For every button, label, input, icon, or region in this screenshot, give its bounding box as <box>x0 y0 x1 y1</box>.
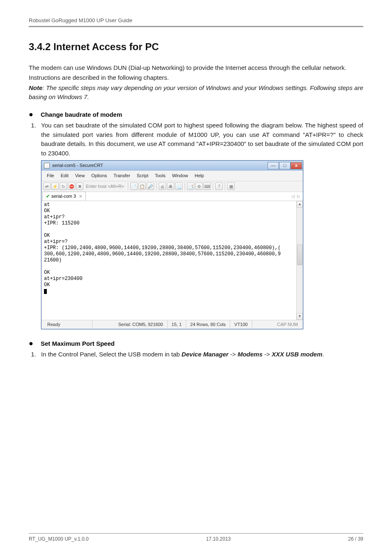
step2-device-manager: Device Manager <box>182 351 228 358</box>
maximize-button[interactable]: □ <box>279 162 291 169</box>
step2-suffix: . <box>323 351 324 358</box>
status-bar: Ready Serial: COM5, 921600 15, 1 24 Rows… <box>42 320 303 329</box>
menu-view[interactable]: View <box>72 172 88 180</box>
footer-left: RT_UG_M1000 UP_v.1.0.0 <box>29 535 89 543</box>
bullet-change-baudrate: ● Change baudrate of modem <box>29 110 363 120</box>
scroll-thumb[interactable] <box>297 245 302 265</box>
tab-nav-arrows: ◁ ▷ <box>291 193 300 199</box>
scroll-down-icon[interactable]: ▼ <box>297 313 303 320</box>
menu-tools[interactable]: Tools <box>152 172 168 180</box>
note-body: : The specific steps may vary depending … <box>29 84 363 101</box>
bullet-max-port-speed: ● Set Maximum Port Speed <box>29 339 363 349</box>
status-serial: Serial: COM5, 921600 <box>114 320 168 329</box>
step2-modems: Modems <box>238 351 263 358</box>
term-line-7: +IPR: (1200,2400,4800,9600,14400,19200,2… <box>44 245 281 251</box>
step2-sep2: -> <box>263 351 272 358</box>
intro-paragraph-line2: Instructions are described in the follow… <box>29 73 363 83</box>
sessions-icon[interactable]: ▦ <box>227 183 235 190</box>
step-list-1: You can set baudrate of the simulated CO… <box>29 121 363 158</box>
term-line-12: at+ipr=230400 <box>44 276 83 282</box>
titlebar: serial-com5 - SecureCRT — □ x <box>42 161 303 171</box>
toolbar-sep-1 <box>128 182 128 190</box>
toolbar: ⇄ ⚡ ↻ ⛔ ✖ Enter host <Alt+R> 📄 📋 🔎 🖨 🖶 📃… <box>42 181 303 192</box>
term-line-11: OK <box>44 270 50 275</box>
bullet-label-1: Change baudrate of modem <box>41 110 122 120</box>
keymap-icon[interactable]: ⌨ <box>203 183 211 190</box>
header-rule <box>29 26 363 27</box>
reconnect-icon[interactable]: ↻ <box>60 183 67 190</box>
terminal-scrollbar[interactable]: ▲ ▼ <box>296 201 303 320</box>
connect-icon[interactable]: ⇄ <box>43 183 51 190</box>
window-buttons: — □ x <box>267 162 302 169</box>
toolbar-sep-5 <box>225 182 225 190</box>
step-1-text: You can set baudrate of the simulated CO… <box>38 121 363 158</box>
menu-options[interactable]: Options <box>88 172 110 180</box>
bullet-label-2: Set Maximum Port Speed <box>41 339 115 349</box>
toolbar-sep-4 <box>213 182 213 190</box>
note-prefix: Note <box>29 84 42 91</box>
intro-paragraph-line1: The modem can use Windows DUN (Dial-up N… <box>29 63 363 73</box>
tab-nav-right-icon[interactable]: ▷ <box>297 193 300 199</box>
footer-rule <box>29 533 363 534</box>
menu-window[interactable]: Window <box>169 172 191 180</box>
menu-edit[interactable]: Edit <box>58 172 71 180</box>
settings-icon[interactable]: ⚙ <box>195 183 203 190</box>
print-selection-icon[interactable]: 📃 <box>175 183 182 190</box>
term-line-6: at+ipr=? <box>44 239 68 245</box>
window-title: serial-com5 - SecureCRT <box>52 162 267 169</box>
term-line-13: OK <box>44 282 50 288</box>
session-tab[interactable]: ✔ serial-com 3 ✕ <box>42 192 86 201</box>
bullet-icon: ● <box>29 111 33 118</box>
scroll-up-icon[interactable]: ▲ <box>297 201 303 208</box>
help-icon[interactable]: ? <box>215 183 223 190</box>
header-title: Robustel GoRugged M1000 UP User Guide <box>29 16 363 26</box>
host-field[interactable]: Enter host <Alt+R> <box>86 183 124 190</box>
tab-status-icon: ✔ <box>46 193 50 200</box>
footer-right: 26 / 39 <box>348 535 363 543</box>
tab-close-icon[interactable]: ✕ <box>79 193 82 199</box>
term-line-1: OK <box>44 208 50 214</box>
term-line-5: OK <box>44 233 50 238</box>
copy-icon[interactable]: 📄 <box>130 183 138 190</box>
securecrt-window: serial-com5 - SecureCRT — □ x File Edit … <box>41 160 303 329</box>
section-heading: 3.4.2 Internet Access for PC <box>29 39 363 54</box>
minimize-button[interactable]: — <box>267 162 279 169</box>
print-icon[interactable]: 🖨 <box>159 183 166 190</box>
toolbar-sep-2 <box>156 182 157 190</box>
menubar: File Edit View Options Transfer Script T… <box>42 171 303 181</box>
status-size: 24 Rows, 80 Cols <box>186 320 230 329</box>
page-footer: RT_UG_M1000 UP_v.1.0.0 17.10.2013 26 / 3… <box>29 533 363 543</box>
term-line-2: at+ipr? <box>44 214 65 220</box>
step2-prefix: In the Control Panel, Select the USB mod… <box>41 351 182 358</box>
status-caps: CAP NUM <box>274 320 301 329</box>
cancel-icon[interactable]: ✖ <box>76 183 83 190</box>
menu-transfer[interactable]: Transfer <box>111 172 133 180</box>
term-line-0: at <box>44 202 50 208</box>
terminal[interactable]: at OK at+ipr? +IPR: 115200 OK at+ipr=? +… <box>42 201 296 320</box>
toolbar-sep-3 <box>184 182 185 190</box>
terminal-cursor <box>44 289 47 294</box>
tab-nav-left-icon[interactable]: ◁ <box>291 193 295 199</box>
bullet-icon-2: ● <box>29 340 33 347</box>
menu-script[interactable]: Script <box>134 172 151 180</box>
find-icon[interactable]: 🔎 <box>147 183 154 190</box>
close-button[interactable]: x <box>291 162 302 169</box>
term-line-3: +IPR: 115200 <box>44 220 79 226</box>
properties-icon[interactable]: 📑 <box>187 183 194 190</box>
scroll-track[interactable] <box>297 208 303 313</box>
paste-icon[interactable]: 📋 <box>138 183 146 190</box>
disconnect-icon[interactable]: ⛔ <box>68 183 75 190</box>
term-line-9: 21600) <box>44 257 62 263</box>
quick-connect-icon[interactable]: ⚡ <box>51 183 59 190</box>
step2-xxx-modem: XXX USB modem <box>272 351 322 358</box>
menu-help[interactable]: Help <box>192 172 207 180</box>
tab-bar: ✔ serial-com 3 ✕ ◁ ▷ <box>42 192 303 201</box>
footer-center: 17.10.2013 <box>206 535 231 543</box>
app-icon <box>44 163 50 169</box>
tab-label: serial-com 3 <box>51 193 76 200</box>
step-list-2: In the Control Panel, Select the USB mod… <box>29 350 363 359</box>
note-paragraph: Note: The specific steps may vary depend… <box>29 83 363 102</box>
menu-file[interactable]: File <box>44 172 57 180</box>
print-screen-icon[interactable]: 🖶 <box>167 183 174 190</box>
status-pos: 15, 1 <box>168 320 186 329</box>
